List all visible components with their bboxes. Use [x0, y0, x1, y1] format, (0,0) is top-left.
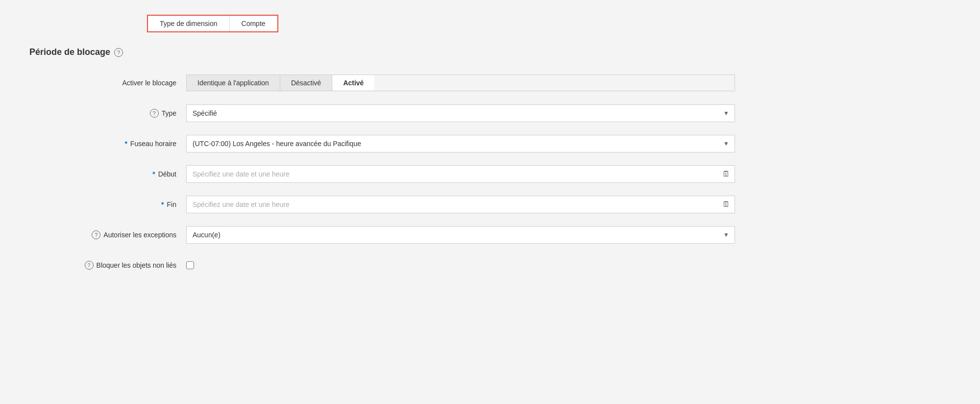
non-lies-help-icon[interactable]: ? — [85, 261, 94, 270]
type-row: ? Type Spécifié Hérité Personnalisé ▼ — [49, 102, 735, 124]
fuseau-select-wrapper: (UTC-07:00) Los Angeles - heure avancée … — [186, 135, 735, 152]
fin-required-star: * — [161, 201, 164, 208]
non-lies-field — [186, 261, 735, 269]
toggle-group: Identique à l'application Désactivé Acti… — [186, 75, 735, 91]
fin-field: 🗓 — [186, 196, 735, 213]
form-container: Activer le blocage Identique à l'applica… — [49, 72, 735, 276]
non-lies-checkbox-wrapper — [186, 261, 735, 269]
fuseau-select[interactable]: (UTC-07:00) Los Angeles - heure avancée … — [186, 135, 735, 152]
type-help-icon[interactable]: ? — [150, 109, 159, 118]
debut-row: * Début 🗓 — [49, 163, 735, 185]
exceptions-select[interactable]: Aucun(e) Oui Non — [186, 226, 735, 244]
toggle-active[interactable]: Activé — [332, 75, 374, 91]
debut-label: * Début — [49, 170, 186, 178]
section-title: Période de blocage ? — [29, 47, 951, 57]
type-label: ? Type — [49, 109, 186, 118]
fuseau-required-star: * — [124, 140, 127, 148]
toggle-identique[interactable]: Identique à l'application — [187, 75, 280, 91]
non-lies-label: ? Bloquer les objets non liés — [49, 261, 186, 270]
fin-input-wrapper: 🗓 — [186, 196, 735, 213]
type-select[interactable]: Spécifié Hérité Personnalisé — [186, 104, 735, 122]
activer-blocage-row: Activer le blocage Identique à l'applica… — [49, 72, 735, 94]
toggle-desactive[interactable]: Désactivé — [280, 75, 332, 91]
debut-input[interactable] — [186, 165, 735, 183]
fin-row: * Fin 🗓 — [49, 194, 735, 215]
exceptions-label: ? Autoriser les exceptions — [49, 230, 186, 239]
tab-compte[interactable]: Compte — [230, 16, 277, 31]
non-lies-row: ? Bloquer les objets non liés — [49, 254, 735, 276]
debut-input-wrapper: 🗓 — [186, 165, 735, 183]
exceptions-select-wrapper: Aucun(e) Oui Non ▼ — [186, 226, 735, 244]
activer-blocage-label: Activer le blocage — [49, 79, 186, 87]
fuseau-field: (UTC-07:00) Los Angeles - heure avancée … — [186, 135, 735, 152]
fin-label: * Fin — [49, 201, 186, 208]
exceptions-help-icon[interactable]: ? — [92, 230, 100, 239]
type-select-wrapper: Spécifié Hérité Personnalisé ▼ — [186, 104, 735, 122]
exceptions-row: ? Autoriser les exceptions Aucun(e) Oui … — [49, 224, 735, 246]
fin-calendar-icon[interactable]: 🗓 — [722, 200, 730, 209]
non-lies-checkbox[interactable] — [186, 261, 194, 269]
debut-calendar-icon[interactable]: 🗓 — [722, 170, 730, 178]
fuseau-row: * Fuseau horaire (UTC-07:00) Los Angeles… — [49, 133, 735, 154]
type-field: Spécifié Hérité Personnalisé ▼ — [186, 104, 735, 122]
tab-type-dimension[interactable]: Type de dimension — [148, 16, 230, 31]
debut-required-star: * — [152, 170, 155, 178]
activer-blocage-field: Identique à l'application Désactivé Acti… — [186, 75, 735, 91]
exceptions-field: Aucun(e) Oui Non ▼ — [186, 226, 735, 244]
debut-field: 🗓 — [186, 165, 735, 183]
section-help-icon[interactable]: ? — [114, 48, 123, 57]
section-title-text: Période de blocage — [29, 47, 110, 57]
fuseau-label: * Fuseau horaire — [49, 140, 186, 148]
fin-input[interactable] — [186, 196, 735, 213]
tabs-container: Type de dimension Compte — [147, 15, 278, 32]
